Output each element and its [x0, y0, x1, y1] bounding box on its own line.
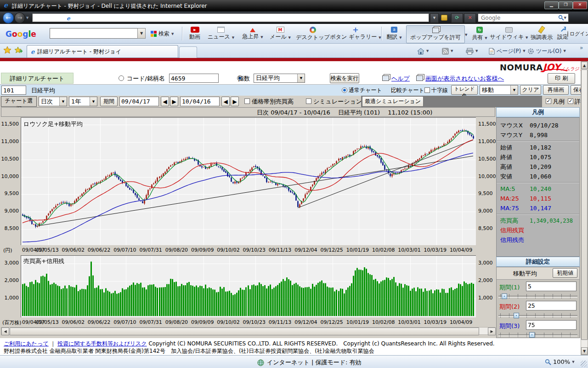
gtoolbar-button-sidewiki[interactable]: サイドウィキ ▼ — [492, 25, 526, 42]
reset-button[interactable]: 初期値 — [553, 268, 577, 278]
magnifier-icon[interactable] — [558, 15, 564, 21]
tools-menu[interactable]: ツール(O)▼ — [527, 46, 566, 56]
period3-input[interactable] — [526, 320, 577, 330]
print-page-button[interactable]: 印 刷 — [548, 73, 575, 84]
add-favorite-button[interactable] — [14, 46, 25, 57]
tab-active[interactable]: e 詳細リアルチャート - 野村ジョイ — [27, 45, 178, 58]
legend-checkbox[interactable]: ✓ — [546, 98, 551, 104]
browser-search-input[interactable] — [480, 14, 558, 22]
crosshair-checkbox[interactable] — [424, 87, 430, 93]
page-menu[interactable]: ページ(P)▼ — [489, 46, 526, 56]
mail-icon: M — [277, 27, 284, 33]
recent-pages-caret-icon[interactable]: ▼ — [26, 16, 28, 20]
period3-slider-thumb[interactable] — [529, 332, 535, 338]
code-radio[interactable] — [119, 75, 124, 81]
optimal-simulation-button[interactable]: 最適シミュレーション — [362, 96, 424, 107]
gtoolbar-button-login[interactable]: ログイン — [571, 25, 587, 42]
gtoolbar-button-share[interactable]: ↻共有 ▼ — [470, 25, 489, 42]
symbol-code-input[interactable] — [1, 86, 26, 95]
period2-slider[interactable] — [498, 312, 577, 319]
detail-checkbox[interactable]: ✓ — [568, 98, 573, 104]
minimize-button[interactable]: ▁ — [544, 1, 559, 9]
maximize-button[interactable]: ❐ — [559, 1, 573, 9]
overflow-chevron[interactable]: » — [580, 45, 583, 51]
help-link[interactable]: ヘルプ — [391, 75, 410, 83]
toolbar-search-button[interactable]: 検索▼ — [151, 25, 174, 42]
volume-chart-canvas[interactable] — [21, 256, 476, 318]
new-tab-button[interactable] — [179, 46, 197, 58]
gtoolbar-button-desktop[interactable]: デスクトップ — [295, 25, 331, 42]
period-to-input[interactable] — [180, 97, 220, 106]
span-select[interactable]: 1年▼ — [69, 97, 97, 106]
gtoolbar-button-trending[interactable]: 急上昇 ▼ — [240, 25, 266, 42]
zoom-control[interactable]: 100% ▼ — [545, 358, 575, 365]
scroll-up-button[interactable]: ▲ — [581, 62, 588, 69]
period1-input[interactable] — [526, 282, 577, 291]
period2-slider-thumb[interactable] — [514, 313, 519, 318]
gtoolbar-button-gallery[interactable]: +ボタン ギャラリー ▼ — [333, 25, 379, 42]
address-dropdown-button[interactable]: ▼ — [430, 13, 439, 23]
search-box[interactable]: ▼ — [478, 13, 569, 22]
search-options-caret-icon[interactable]: ▼ — [564, 16, 566, 20]
gtoolbar-button-popup-allow[interactable]: ポップアップを許可 — [406, 25, 465, 43]
chart-header-bar: 日次 09/04/17 - 10/04/16 日経平均 (101) 11,102… — [1, 107, 495, 117]
price-volume-checkbox[interactable] — [244, 98, 250, 104]
period-from-input[interactable] — [119, 97, 159, 106]
page-vertical-scrollbar[interactable]: ▲ ▼ — [581, 61, 588, 355]
trend-mode-select[interactable]: 移動▼ — [480, 85, 518, 95]
redraw-button[interactable]: 再描画 — [543, 85, 569, 95]
chart-header-text: 日次 09/04/17 - 10/04/16 日経平均 (101) 11,102… — [257, 109, 432, 117]
print-button[interactable]: ▼ — [466, 46, 478, 56]
stop-button[interactable]: ✕ — [464, 13, 476, 23]
period1-slider[interactable] — [498, 293, 577, 299]
period3-slider[interactable] — [498, 332, 577, 338]
frequency-select[interactable]: 日次▼ — [39, 97, 67, 106]
from-prev-button[interactable]: ◀ — [161, 97, 169, 106]
trend-color-button[interactable]: トレンド色 — [451, 85, 478, 95]
code-input[interactable] — [169, 74, 219, 83]
ie-icon: e — [4, 1, 8, 9]
search-execute-button[interactable]: 検索を実行 — [330, 73, 359, 83]
close-button[interactable]: ✕ — [573, 1, 587, 9]
period2-input[interactable] — [526, 301, 577, 310]
period1-slider-thumb[interactable] — [502, 293, 507, 299]
favorites-button[interactable] — [3, 46, 14, 57]
scroll-down-button[interactable]: ▼ — [581, 347, 588, 355]
toolbar-search-input[interactable] — [50, 28, 138, 39]
chart-select-button[interactable]: チャート選択 — [1, 96, 37, 107]
from-next-button[interactable]: ▶ — [170, 97, 178, 106]
scroll-left-button[interactable]: ◀ — [1, 328, 9, 335]
toolbar-search-dropdown[interactable]: ▼ — [137, 28, 146, 39]
scroll-right-button[interactable]: ▶ — [488, 328, 496, 335]
gtoolbar-button-video[interactable]: ▶動画 — [186, 25, 204, 42]
candlestick-chart-canvas[interactable] — [21, 118, 476, 246]
address-input[interactable] — [42, 14, 429, 22]
scrollbar-thumb[interactable] — [10, 328, 479, 335]
gtoolbar-button-news[interactable]: ニュース ▼ — [207, 25, 235, 42]
home-button[interactable]: ▼ — [417, 46, 429, 56]
popup-caret-icon[interactable]: ▼ — [465, 33, 467, 37]
gtoolbar-button-mail[interactable]: Mメール ▼ — [269, 25, 291, 42]
clear-button[interactable]: クリア — [520, 85, 541, 95]
page-footer: ご利用にあたって ｜ 投資に関する手数料等およびリスク Copyright (C… — [0, 338, 581, 355]
gtoolbar-button-translate[interactable]: a翻訳 ▼ — [385, 25, 403, 42]
no-display-link[interactable]: 画面が表示されないお客様へ — [425, 75, 504, 83]
to-next-button[interactable]: ▶ — [231, 97, 239, 106]
chart-horizontal-scrollbar[interactable]: ◀ ▶ — [1, 327, 495, 335]
vscrollbar-thumb[interactable] — [581, 69, 588, 340]
index-select[interactable]: 日経平均▼ — [254, 74, 305, 83]
terms-link[interactable]: ご利用にあたって — [4, 340, 49, 347]
risk-link[interactable]: 投資に関する手数料等およびリスク — [57, 340, 147, 347]
simulation-checkbox[interactable] — [306, 98, 311, 104]
resize-grip[interactable] — [581, 361, 587, 367]
refresh-button[interactable]: ⟳ — [451, 13, 463, 23]
feeds-button[interactable]: ▼ — [442, 46, 453, 56]
volume-axis-left: 3,0002,0001,000 — [1, 255, 21, 317]
address-bar[interactable]: e — [32, 13, 429, 22]
zoom-caret-icon[interactable]: ▼ — [572, 360, 574, 364]
normal-chart-radio[interactable] — [342, 87, 347, 93]
forward-button[interactable]: → — [14, 12, 25, 23]
to-prev-button[interactable]: ◀ — [221, 97, 230, 106]
gtoolbar-button-highlight[interactable]: 強調表示 — [528, 25, 555, 42]
back-button[interactable]: ← — [3, 12, 14, 23]
